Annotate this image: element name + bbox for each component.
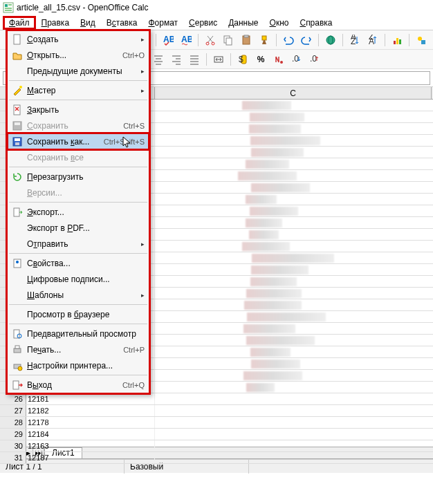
cell[interactable] bbox=[155, 417, 432, 428]
cell[interactable] bbox=[155, 382, 432, 393]
redo-button[interactable] bbox=[299, 32, 314, 48]
cell[interactable] bbox=[155, 311, 432, 322]
cell[interactable] bbox=[155, 229, 432, 240]
row-header[interactable]: 29 bbox=[0, 429, 26, 440]
cell[interactable] bbox=[155, 288, 432, 299]
cell[interactable]: 12182 bbox=[26, 405, 155, 416]
hyperlink-button[interactable] bbox=[323, 32, 338, 48]
cell[interactable] bbox=[155, 346, 432, 357]
undo-button[interactable] bbox=[281, 32, 296, 48]
menu-item-printer-settings[interactable]: Настройки принтера... bbox=[8, 357, 149, 373]
align-justify-button[interactable] bbox=[187, 52, 202, 67]
cell[interactable] bbox=[155, 264, 432, 275]
copy-button[interactable] bbox=[221, 32, 236, 48]
cell[interactable] bbox=[155, 123, 432, 134]
cell[interactable] bbox=[155, 323, 432, 334]
row-header[interactable]: 31 bbox=[0, 452, 26, 463]
menu-insert[interactable]: Вставка bbox=[101, 17, 143, 29]
cell[interactable] bbox=[155, 100, 432, 111]
standard-format-button[interactable] bbox=[271, 52, 286, 67]
chart-button[interactable] bbox=[389, 32, 405, 48]
menu-item-save-as[interactable]: Сохранить как... Ctrl+Shift+S bbox=[8, 133, 149, 149]
align-right-button[interactable] bbox=[169, 52, 184, 67]
row-header[interactable]: 30 bbox=[0, 440, 26, 451]
menu-item-recent[interactable]: Предыдущие документы ▸ bbox=[8, 63, 149, 79]
autospell-button[interactable]: ABC bbox=[178, 32, 194, 48]
menu-item-properties[interactable]: Свойства... bbox=[8, 255, 149, 271]
menu-item-print-preview[interactable]: Предварительный просмотр bbox=[8, 326, 149, 342]
column-header-c[interactable]: C bbox=[155, 87, 432, 99]
cell[interactable] bbox=[155, 135, 432, 146]
menu-format[interactable]: Формат bbox=[142, 17, 183, 29]
cell[interactable] bbox=[155, 111, 432, 122]
menu-item-close[interactable]: Закрыть bbox=[8, 102, 149, 118]
spellcheck-button[interactable]: ABC bbox=[160, 32, 176, 48]
cell[interactable] bbox=[155, 358, 432, 369]
sort-desc-button[interactable]: ZA bbox=[365, 32, 380, 48]
cell[interactable] bbox=[155, 241, 432, 252]
cut-button[interactable] bbox=[203, 32, 218, 48]
table-row[interactable]: 3012163 bbox=[0, 440, 433, 452]
sort-asc-button[interactable]: AZ bbox=[347, 32, 362, 48]
cell[interactable]: 12184 bbox=[26, 429, 155, 440]
cell[interactable] bbox=[155, 205, 432, 216]
cell[interactable] bbox=[155, 452, 432, 463]
menu-tools[interactable]: Сервис bbox=[183, 17, 223, 29]
cell[interactable] bbox=[155, 158, 432, 169]
row-header[interactable]: 28 bbox=[0, 417, 26, 428]
menu-item-send[interactable]: Отправить ▸ bbox=[8, 236, 149, 252]
menu-item-preview-browser[interactable]: Просмотр в браузере bbox=[8, 306, 149, 322]
cell[interactable] bbox=[155, 252, 432, 263]
menu-item-export[interactable]: Экспорт... bbox=[8, 204, 149, 220]
cell[interactable] bbox=[155, 405, 432, 416]
table-row[interactable]: 2912184 bbox=[0, 429, 433, 440]
menu-item-signatures[interactable]: Цифровые подписи... bbox=[8, 271, 149, 287]
remove-decimal-button[interactable]: .0 bbox=[307, 52, 322, 67]
menu-window[interactable]: Окно bbox=[264, 17, 295, 29]
menu-file[interactable]: Файл bbox=[3, 16, 36, 30]
formula-input[interactable]: ID bbox=[115, 71, 430, 85]
currency-button[interactable]: $ bbox=[235, 52, 250, 67]
menu-item-print[interactable]: Печать... Ctrl+P bbox=[8, 342, 149, 357]
add-decimal-button[interactable]: .0 bbox=[289, 52, 304, 67]
row-header[interactable]: 26 bbox=[0, 393, 26, 404]
table-row[interactable]: 2712182 bbox=[0, 405, 433, 417]
cell[interactable]: 12178 bbox=[26, 417, 155, 428]
menu-view[interactable]: Вид bbox=[75, 17, 101, 29]
cell[interactable] bbox=[155, 440, 432, 451]
format-paintbrush-button[interactable] bbox=[257, 32, 272, 48]
show-draw-button[interactable] bbox=[414, 32, 429, 48]
menu-help[interactable]: Справка bbox=[294, 17, 338, 29]
percent-button[interactable]: % bbox=[253, 52, 268, 67]
menu-item-templates[interactable]: Шаблоны ▸ bbox=[8, 287, 149, 303]
cell[interactable] bbox=[155, 182, 432, 193]
menu-data[interactable]: Данные bbox=[223, 17, 264, 29]
paste-button[interactable] bbox=[239, 32, 254, 48]
menu-item-wizard[interactable]: Мастер ▸ bbox=[8, 82, 149, 98]
align-center-button[interactable] bbox=[151, 52, 166, 67]
menu-item-open[interactable]: Открыть... Ctrl+O bbox=[8, 47, 149, 63]
cell[interactable]: 12187 bbox=[26, 452, 155, 463]
cell[interactable]: 12181 bbox=[26, 393, 155, 404]
cell[interactable] bbox=[155, 370, 432, 381]
row-header[interactable]: 27 bbox=[0, 405, 26, 416]
cell[interactable] bbox=[155, 217, 432, 228]
cell[interactable] bbox=[155, 299, 432, 310]
table-row[interactable]: 2812178 bbox=[0, 417, 433, 429]
table-row[interactable]: 2612181 bbox=[0, 393, 433, 405]
cell[interactable] bbox=[155, 393, 432, 404]
cell[interactable] bbox=[155, 194, 432, 205]
merge-cells-button[interactable] bbox=[211, 52, 226, 67]
cell[interactable] bbox=[155, 170, 432, 181]
cell[interactable]: 12163 bbox=[26, 440, 155, 451]
menu-item-reload[interactable]: Перезагрузить bbox=[8, 169, 149, 185]
cell[interactable] bbox=[155, 335, 432, 346]
menu-item-exit[interactable]: Выход Ctrl+Q bbox=[8, 377, 149, 393]
menu-item-export-pdf[interactable]: Экспорт в PDF... bbox=[8, 220, 149, 236]
menu-item-create[interactable]: Создать ▸ bbox=[8, 31, 149, 47]
table-row[interactable]: 3112187 bbox=[0, 452, 433, 464]
cell[interactable] bbox=[155, 147, 432, 158]
cell[interactable] bbox=[155, 276, 432, 287]
menu-edit[interactable]: Правка bbox=[36, 17, 75, 29]
cell[interactable] bbox=[155, 429, 432, 440]
